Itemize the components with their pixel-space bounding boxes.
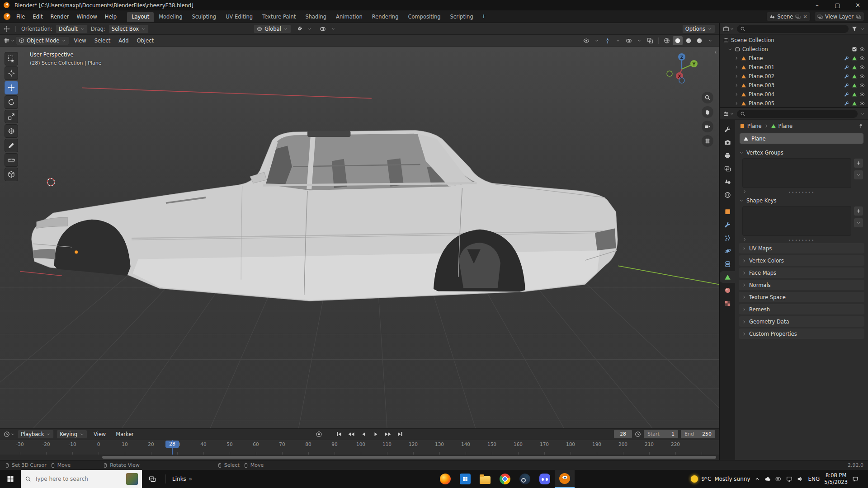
props-tab-tool[interactable] (720, 123, 735, 135)
expand-arrow-icon[interactable] (734, 74, 739, 79)
props-tab-output[interactable] (720, 150, 735, 161)
panel-face-maps[interactable]: Face Maps (739, 267, 864, 278)
network-icon[interactable] (786, 476, 793, 482)
show-overlays-toggle[interactable] (624, 36, 634, 45)
eye-icon[interactable] (859, 56, 865, 61)
add-workspace-button[interactable]: + (478, 12, 489, 22)
show-object-types-dropdown[interactable] (581, 36, 591, 45)
eye-icon[interactable] (859, 101, 865, 106)
snap-toggle[interactable] (294, 24, 304, 33)
visibility-chevron[interactable] (592, 36, 602, 45)
tool-cursor[interactable] (5, 66, 18, 80)
discord-taskbar-button[interactable] (535, 470, 555, 488)
transform-orientation-dropdown[interactable]: Global (254, 24, 291, 33)
outliner-search[interactable] (737, 25, 849, 33)
tab-modeling[interactable]: Modeling (154, 12, 187, 22)
keying-clock-icon[interactable] (635, 431, 641, 437)
panel-uv-maps[interactable]: UV Maps (739, 243, 864, 253)
row-plane-001[interactable]: Plane.001 (720, 63, 868, 72)
props-tab-object-data[interactable] (720, 271, 735, 283)
camera-view-button[interactable] (702, 121, 713, 132)
editor-type-selector[interactable] (4, 38, 15, 44)
tab-uv-editing[interactable]: UV Editing (221, 12, 257, 22)
view-layer-selector[interactable]: View Layer (814, 12, 864, 21)
end-frame-field[interactable]: End 250 (681, 430, 715, 438)
current-frame-field[interactable]: 28 (614, 430, 632, 438)
add-vertex-group-button[interactable] (854, 158, 863, 168)
tool-move[interactable] (5, 81, 18, 94)
timeline-view-menu[interactable]: View (90, 430, 109, 439)
menu-help[interactable]: Help (101, 12, 120, 21)
chevron-right-icon[interactable] (742, 189, 747, 194)
clock-widget[interactable]: 8:08 PM 5/5/2023 (824, 472, 848, 486)
vertex-groups-list[interactable] (742, 158, 851, 188)
expand-arrow-icon[interactable] (734, 101, 739, 106)
falloff-dropdown[interactable] (328, 24, 338, 33)
action-center-icon[interactable] (852, 476, 859, 482)
mesh-name-field[interactable]: Plane (740, 133, 863, 144)
vertex-group-specials-button[interactable] (854, 170, 863, 180)
expand-arrow-icon[interactable] (728, 47, 732, 52)
panel-shape-keys[interactable]: Shape Keys (735, 195, 868, 206)
timeline-marker-menu[interactable]: Marker (112, 430, 137, 439)
panel-vertex-colors[interactable]: Vertex Colors (739, 255, 864, 266)
mesh-data-icon[interactable] (852, 83, 857, 88)
shading-rendered-button[interactable] (694, 36, 704, 45)
tray-expand-chevron[interactable] (755, 476, 760, 482)
next-keyframe-button[interactable] (383, 430, 393, 438)
links-overflow-chevron[interactable]: » (189, 476, 192, 482)
mode-dropdown[interactable]: Object Mode (16, 36, 69, 45)
gizmo-chevron[interactable] (613, 36, 623, 45)
firefox-taskbar-button[interactable] (435, 470, 455, 488)
row-plane-005[interactable]: Plane.005 (720, 99, 868, 107)
row-scene-collection[interactable]: Scene Collection (720, 36, 868, 45)
shape-key-specials-button[interactable] (854, 218, 863, 228)
props-tab-particles[interactable] (720, 232, 735, 244)
expand-arrow-icon[interactable] (734, 56, 739, 61)
properties-editor-selector[interactable] (723, 111, 734, 117)
menu-edit[interactable]: Edit (29, 12, 46, 21)
panel-custom-properties[interactable]: Custom Properties (739, 328, 864, 339)
scrollbar-thumb[interactable] (102, 456, 716, 459)
links-toolbar[interactable]: Links » (169, 470, 196, 488)
eye-icon[interactable] (859, 92, 865, 97)
props-tab-view-layer[interactable] (720, 163, 735, 174)
resize-grip[interactable]: •••••••• (788, 190, 815, 195)
tab-compositing[interactable]: Compositing (403, 12, 445, 22)
tool-annotate[interactable] (5, 139, 18, 152)
ortho-toggle-button[interactable] (702, 135, 713, 147)
timeline-editor-selector[interactable] (4, 431, 15, 437)
modifier-wrench-icon[interactable] (844, 74, 849, 79)
unlink-scene-icon[interactable]: ✕ (803, 14, 807, 20)
modifier-wrench-icon[interactable] (844, 65, 849, 70)
props-tab-physics[interactable] (720, 245, 735, 257)
minimize-button[interactable]: – (807, 0, 827, 10)
tool-transform[interactable] (5, 124, 18, 138)
panel-geometry-data[interactable]: Geometry Data (739, 316, 864, 327)
play-reverse-button[interactable] (359, 430, 369, 438)
tab-scripting[interactable]: Scripting (446, 12, 478, 22)
eye-icon[interactable] (859, 47, 865, 52)
navigation-gizmo[interactable]: Z Y X (665, 51, 698, 84)
modifier-wrench-icon[interactable] (844, 92, 849, 97)
panel-normals[interactable]: Normals (739, 280, 864, 290)
eye-icon[interactable] (859, 65, 865, 70)
chevron-down-icon[interactable] (860, 112, 865, 116)
auto-key-toggle[interactable] (314, 430, 324, 438)
mesh-data-icon[interactable] (852, 74, 857, 79)
scene-selector[interactable]: Scene ✕ (766, 12, 811, 21)
menu-select[interactable]: Select (91, 36, 114, 45)
viewport-3d[interactable]: User Perspective (28) Scene Collection |… (0, 47, 719, 428)
orientation-dropdown[interactable]: Default (56, 24, 88, 33)
tool-add-cube[interactable] (5, 168, 18, 181)
mesh-data-icon[interactable] (852, 101, 857, 106)
chrome-taskbar-button[interactable] (495, 470, 515, 488)
blender-taskbar-button[interactable] (555, 470, 575, 488)
shading-material-button[interactable] (684, 36, 693, 45)
search-input[interactable] (35, 476, 123, 482)
show-gizmo-toggle[interactable] (603, 36, 613, 45)
steam-taskbar-button[interactable] (515, 470, 535, 488)
shading-chevron[interactable] (705, 36, 715, 45)
panel-remesh[interactable]: Remesh (739, 304, 864, 314)
menu-file[interactable]: File (13, 12, 28, 21)
